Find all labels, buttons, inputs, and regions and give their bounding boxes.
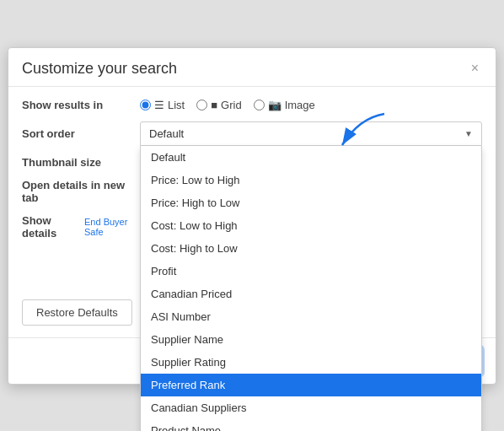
- dialog-title: Customize your search: [22, 60, 177, 78]
- dropdown-item-price-hl[interactable]: Price: High to Low: [141, 191, 481, 214]
- show-details-text: Show details: [22, 214, 79, 240]
- list-icon: ☰: [154, 99, 164, 111]
- grid-view-option[interactable]: ■ Grid: [196, 99, 241, 111]
- show-details-label-container: Show details End Buyer Safe: [22, 214, 140, 240]
- list-radio[interactable]: [140, 100, 151, 110]
- grid-icon: ■: [211, 99, 217, 111]
- customize-search-dialog: Customize your search × Show results in …: [8, 47, 496, 385]
- dropdown-item-price-lh[interactable]: Price: Low to High: [141, 169, 481, 191]
- dropdown-item-cost-lh[interactable]: Cost: Low to High: [141, 214, 481, 237]
- show-results-label: Show results in: [22, 99, 140, 111]
- image-radio[interactable]: [254, 100, 265, 110]
- dropdown-item-profit[interactable]: Profit: [141, 260, 481, 283]
- image-icon: 📷: [268, 99, 281, 111]
- dropdown-item-preferred-rank[interactable]: Preferred Rank: [141, 374, 481, 396]
- show-results-row: Show results in ☰ List ■ Grid 📷 Image: [22, 99, 482, 111]
- sort-order-row: Sort order Default Price: Low to High Pr…: [22, 121, 482, 146]
- image-view-option[interactable]: 📷 Image: [254, 99, 315, 111]
- restore-defaults-button[interactable]: Restore Defaults: [22, 299, 132, 326]
- list-label: List: [168, 99, 185, 111]
- grid-label: Grid: [221, 99, 242, 111]
- dropdown-item-cost-hl[interactable]: Cost: High to Low: [141, 237, 481, 260]
- sort-dropdown-open: Default Price: Low to High Price: High t…: [140, 146, 482, 432]
- dropdown-item-product-name[interactable]: Product Name: [141, 419, 481, 432]
- dialog-header: Customize your search ×: [8, 48, 496, 87]
- dropdown-item-canadian-suppliers[interactable]: Canadian Suppliers: [141, 396, 481, 419]
- dropdown-item-supplier-name[interactable]: Supplier Name: [141, 328, 481, 351]
- close-button[interactable]: ×: [468, 60, 482, 77]
- dropdown-item-canadian-priced[interactable]: Canadian Priced: [141, 283, 481, 305]
- sort-select-bar[interactable]: Default▼: [140, 121, 482, 146]
- sort-order-label: Sort order: [22, 127, 140, 140]
- dropdown-item-supplier-rating[interactable]: Supplier Rating: [141, 351, 481, 374]
- sort-dropdown-container: Default Price: Low to High Price: High t…: [140, 121, 482, 146]
- end-buyer-safe-link[interactable]: End Buyer Safe: [84, 217, 140, 237]
- view-mode-radio-group: ☰ List ■ Grid 📷 Image: [140, 99, 315, 111]
- open-details-label: Open details in new tab: [22, 179, 140, 204]
- image-label: Image: [285, 99, 315, 111]
- list-view-option[interactable]: ☰ List: [140, 99, 185, 111]
- dialog-body: Show results in ☰ List ■ Grid 📷 Image: [8, 87, 496, 337]
- grid-radio[interactable]: [196, 100, 207, 110]
- dropdown-item-default[interactable]: Default: [141, 146, 481, 169]
- dropdown-item-asi[interactable]: ASI Number: [141, 305, 481, 328]
- thumbnail-size-label: Thumbnail size: [22, 156, 140, 169]
